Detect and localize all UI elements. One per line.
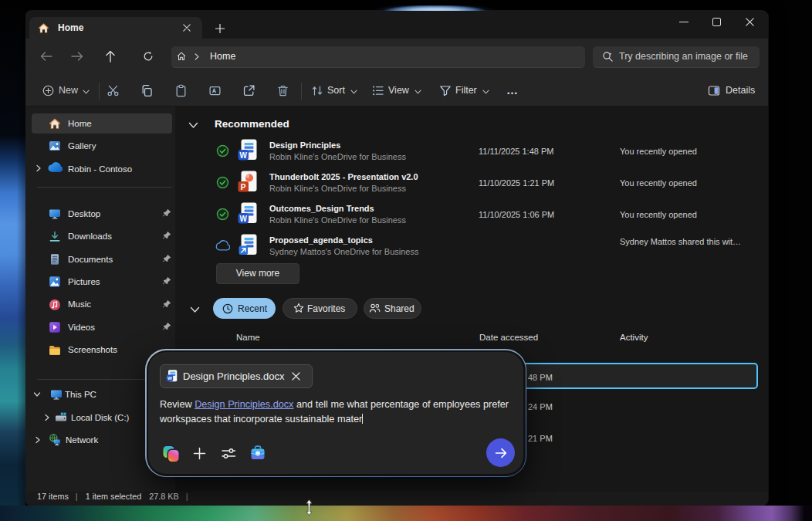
svg-text:W: W [167, 375, 172, 381]
svg-text:P: P [241, 183, 246, 191]
svg-text:W: W [239, 151, 247, 160]
svg-text:W: W [239, 215, 247, 223]
